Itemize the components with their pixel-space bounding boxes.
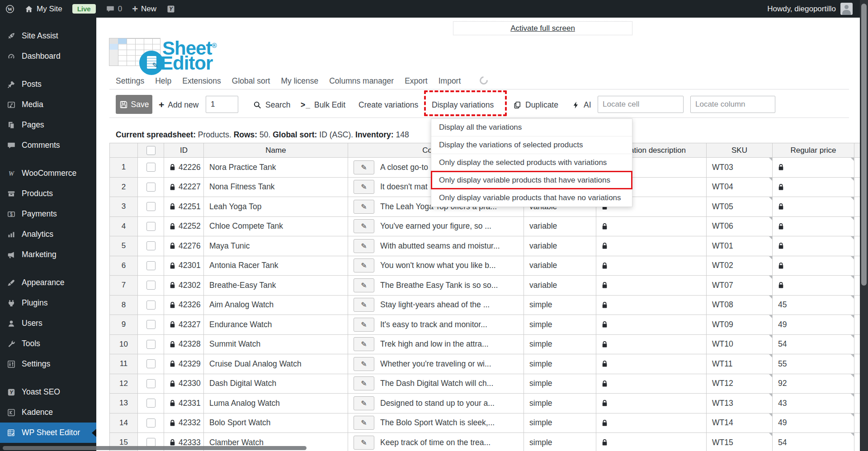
sku-cell[interactable]: WT04 — [707, 178, 773, 197]
clipped-cell[interactable] — [854, 394, 860, 413]
sku-cell[interactable]: WT14 — [707, 413, 773, 433]
sidebar-item-site-assist[interactable]: Site Assist — [0, 26, 96, 46]
edit-button[interactable]: ✎ — [354, 337, 374, 351]
sku-cell[interactable]: WT09 — [707, 315, 773, 335]
type-cell[interactable]: simple — [524, 433, 596, 451]
row-checkbox[interactable] — [146, 320, 156, 329]
menu-item-export[interactable]: Export — [405, 76, 428, 86]
row-checkbox[interactable] — [146, 163, 156, 172]
clipped-cell[interactable] — [854, 158, 860, 178]
edit-button[interactable]: ✎ — [354, 416, 374, 430]
content-cell[interactable]: ✎Trek high and low in the attra... — [348, 335, 524, 355]
id-cell[interactable]: 42330 — [164, 374, 204, 394]
id-cell[interactable]: 42302 — [164, 276, 204, 296]
wordpress-menu[interactable]: W — [5, 5, 14, 14]
regular-price-cell[interactable] — [773, 276, 854, 296]
type-cell[interactable]: simple — [524, 394, 596, 413]
id-cell[interactable]: 42328 — [164, 335, 204, 355]
variation-description-cell[interactable] — [596, 236, 707, 256]
variation-description-cell[interactable] — [596, 315, 707, 335]
add-new-button[interactable]: + Add new — [159, 100, 198, 110]
id-cell[interactable]: 42276 — [164, 236, 204, 256]
type-cell[interactable]: variable — [524, 217, 596, 237]
clipped-cell[interactable] — [854, 433, 860, 451]
clipped-cell[interactable] — [854, 315, 860, 335]
row-number-cell[interactable]: 1 — [110, 158, 138, 178]
bulk-edit-button[interactable]: >_ Bulk Edit — [301, 100, 345, 110]
row-checkbox[interactable] — [146, 359, 156, 368]
id-cell[interactable]: 42329 — [164, 354, 204, 374]
horizontal-scrollbar-thumb[interactable] — [3, 446, 307, 450]
clipped-cell[interactable] — [854, 236, 860, 256]
comments-counter[interactable]: 0 — [106, 5, 122, 14]
type-cell[interactable]: simple — [524, 335, 596, 355]
regular-price-cell[interactable] — [773, 158, 854, 178]
sidebar-item-posts[interactable]: Posts — [0, 74, 96, 94]
sku-cell[interactable]: WT12 — [707, 374, 773, 394]
howdy-text[interactable]: Howdy, diegoportillo — [767, 5, 836, 14]
row-number-cell[interactable]: 3 — [110, 197, 138, 217]
content-cell[interactable]: ✎Designed to stand up to your a... — [348, 394, 524, 413]
row-checkbox[interactable] — [146, 281, 156, 290]
activate-fullscreen-link[interactable]: Activate full screen — [510, 24, 575, 33]
name-cell[interactable]: Summit Watch — [204, 335, 348, 355]
row-checkbox[interactable] — [146, 241, 156, 250]
column-header-blank[interactable] — [854, 143, 860, 158]
column-header-regular-price[interactable]: Regular price — [773, 143, 854, 158]
sidebar-item-dashboard[interactable]: Dashboard — [0, 46, 96, 66]
name-cell[interactable]: Aim Analog Watch — [204, 296, 348, 315]
sidebar-item-products[interactable]: Products — [0, 183, 96, 204]
menu-item-global-sort[interactable]: Global sort — [232, 76, 270, 86]
name-cell[interactable]: Dash Digital Watch — [204, 374, 348, 394]
variation-description-cell[interactable] — [596, 276, 707, 296]
row-checkbox[interactable] — [146, 183, 156, 192]
row-checkbox[interactable] — [146, 399, 156, 408]
sku-cell[interactable]: WT05 — [707, 197, 773, 217]
vertical-scrollbar-thumb[interactable] — [861, 4, 867, 286]
edit-button[interactable]: ✎ — [354, 357, 374, 371]
new-button[interactable]: + New — [132, 5, 156, 14]
row-checkbox[interactable] — [146, 202, 156, 211]
select-all-checkbox[interactable] — [146, 146, 156, 155]
sidebar-item-tools[interactable]: Tools — [0, 334, 96, 354]
column-header-blank[interactable] — [110, 143, 138, 158]
sidebar-item-payments[interactable]: $Payments — [0, 204, 96, 224]
edit-button[interactable]: ✎ — [354, 436, 374, 450]
content-cell[interactable]: ✎You've earned your figure, so ... — [348, 217, 524, 237]
type-cell[interactable]: simple — [524, 296, 596, 315]
clipped-cell[interactable] — [854, 276, 860, 296]
id-cell[interactable]: 42327 — [164, 315, 204, 335]
name-cell[interactable]: Endurance Watch — [204, 315, 348, 335]
row-checkbox[interactable] — [146, 222, 156, 231]
row-number-cell[interactable]: 12 — [110, 374, 138, 394]
name-cell[interactable]: Nora Practice Tank — [204, 158, 348, 178]
menu-item-settings[interactable]: Settings — [116, 76, 144, 86]
sku-cell[interactable]: WT02 — [707, 256, 773, 276]
column-header-sku[interactable]: SKU — [707, 143, 773, 158]
edit-button[interactable]: ✎ — [354, 219, 374, 233]
column-header-name[interactable]: Name — [204, 143, 348, 158]
ai-button[interactable]: AI — [571, 100, 591, 110]
dropdown-item[interactable]: Only display variable products that have… — [431, 189, 632, 207]
my-site-link[interactable]: My Site — [24, 5, 62, 14]
sidebar-item-comments[interactable]: Comments — [0, 135, 96, 155]
live-badge-item[interactable]: Live — [72, 4, 96, 14]
type-cell[interactable]: simple — [524, 413, 596, 433]
edit-button[interactable]: ✎ — [354, 180, 374, 194]
regular-price-cell[interactable] — [773, 236, 854, 256]
edit-button[interactable]: ✎ — [354, 396, 374, 410]
id-cell[interactable]: 42252 — [164, 217, 204, 237]
regular-price-cell[interactable] — [773, 178, 854, 197]
edit-button[interactable]: ✎ — [354, 278, 374, 292]
name-cell[interactable]: Nona Fitness Tank — [204, 178, 348, 197]
content-cell[interactable]: ✎Keep track of time on the trea... — [348, 433, 524, 451]
name-cell[interactable]: Leah Yoga Top — [204, 197, 348, 217]
regular-price-cell[interactable] — [773, 256, 854, 276]
sidebar-item-settings[interactable]: Settings — [0, 354, 96, 374]
clipped-cell[interactable] — [854, 197, 860, 217]
sku-cell[interactable]: WT06 — [707, 217, 773, 237]
column-header-id[interactable]: ID — [164, 143, 204, 158]
name-cell[interactable]: Cruise Dual Analog Watch — [204, 354, 348, 374]
display-variations-button[interactable]: Display variations — [432, 100, 494, 110]
edit-button[interactable]: ✎ — [354, 318, 374, 332]
